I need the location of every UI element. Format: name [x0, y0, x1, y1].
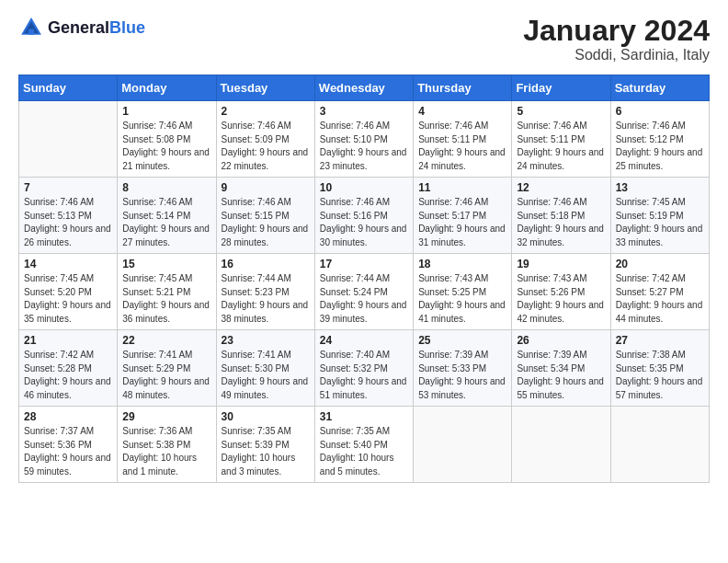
calendar-header: Sunday Monday Tuesday Wednesday Thursday…: [19, 75, 710, 101]
day-cell: 11Sunrise: 7:46 AMSunset: 5:17 PMDayligh…: [414, 178, 512, 254]
day-info: Sunrise: 7:45 AMSunset: 5:20 PMDaylight:…: [24, 272, 112, 326]
calendar-body: 1Sunrise: 7:46 AMSunset: 5:08 PMDaylight…: [19, 101, 710, 483]
day-number: 30: [222, 410, 310, 423]
day-cell: 26Sunrise: 7:39 AMSunset: 5:34 PMDayligh…: [512, 330, 610, 407]
day-cell: 8Sunrise: 7:46 AMSunset: 5:14 PMDaylight…: [118, 178, 216, 254]
day-info: Sunrise: 7:39 AMSunset: 5:34 PMDaylight:…: [517, 349, 605, 402]
week-row-0: 1Sunrise: 7:46 AMSunset: 5:08 PMDaylight…: [19, 101, 710, 178]
day-number: 3: [320, 105, 408, 118]
day-number: 25: [418, 334, 506, 347]
day-info: Sunrise: 7:46 AMSunset: 5:11 PMDaylight:…: [517, 120, 605, 173]
day-cell: 31Sunrise: 7:35 AMSunset: 5:40 PMDayligh…: [314, 407, 413, 483]
day-cell: 15Sunrise: 7:45 AMSunset: 5:21 PMDayligh…: [118, 254, 216, 330]
day-cell: 29Sunrise: 7:36 AMSunset: 5:38 PMDayligh…: [118, 407, 216, 483]
day-info: Sunrise: 7:46 AMSunset: 5:12 PMDaylight:…: [616, 120, 704, 173]
day-info: Sunrise: 7:42 AMSunset: 5:28 PMDaylight:…: [24, 349, 112, 402]
header: GeneralBlue January 2024 Soddi, Sardinia…: [18, 15, 710, 63]
day-cell: 18Sunrise: 7:43 AMSunset: 5:25 PMDayligh…: [414, 254, 512, 330]
day-info: Sunrise: 7:37 AMSunset: 5:36 PMDaylight:…: [24, 425, 112, 478]
day-cell: 22Sunrise: 7:41 AMSunset: 5:29 PMDayligh…: [118, 330, 216, 407]
day-cell: [610, 407, 709, 483]
day-info: Sunrise: 7:36 AMSunset: 5:38 PMDaylight:…: [122, 425, 210, 478]
weekday-row: Sunday Monday Tuesday Wednesday Thursday…: [19, 75, 710, 101]
col-wednesday: Wednesday: [314, 75, 413, 101]
day-number: 19: [517, 258, 605, 270]
day-info: Sunrise: 7:46 AMSunset: 5:15 PMDaylight:…: [222, 196, 310, 249]
day-number: 18: [418, 258, 506, 270]
day-cell: 4Sunrise: 7:46 AMSunset: 5:11 PMDaylight…: [414, 101, 512, 178]
week-row-2: 14Sunrise: 7:45 AMSunset: 5:20 PMDayligh…: [19, 254, 710, 330]
day-info: Sunrise: 7:46 AMSunset: 5:13 PMDaylight:…: [24, 196, 112, 249]
day-number: 28: [24, 410, 112, 423]
day-number: 31: [320, 410, 408, 423]
day-number: 8: [122, 181, 210, 194]
day-info: Sunrise: 7:42 AMSunset: 5:27 PMDaylight:…: [616, 272, 704, 326]
day-cell: 12Sunrise: 7:46 AMSunset: 5:18 PMDayligh…: [512, 178, 610, 254]
day-number: 21: [24, 334, 112, 347]
day-info: Sunrise: 7:44 AMSunset: 5:24 PMDaylight:…: [320, 272, 408, 326]
day-info: Sunrise: 7:46 AMSunset: 5:08 PMDaylight:…: [122, 120, 210, 173]
logo-text: GeneralBlue: [48, 18, 145, 38]
col-tuesday: Tuesday: [216, 75, 314, 101]
col-sunday: Sunday: [19, 75, 118, 101]
day-number: 17: [320, 258, 408, 270]
day-cell: 24Sunrise: 7:40 AMSunset: 5:32 PMDayligh…: [314, 330, 413, 407]
day-number: 9: [222, 181, 310, 194]
calendar-page: GeneralBlue January 2024 Soddi, Sardinia…: [0, 0, 728, 563]
day-number: 16: [222, 258, 310, 270]
day-cell: 5Sunrise: 7:46 AMSunset: 5:11 PMDaylight…: [512, 101, 610, 178]
day-cell: 13Sunrise: 7:45 AMSunset: 5:19 PMDayligh…: [610, 178, 709, 254]
day-cell: 30Sunrise: 7:35 AMSunset: 5:39 PMDayligh…: [216, 407, 314, 483]
day-number: 26: [517, 334, 605, 347]
day-info: Sunrise: 7:46 AMSunset: 5:14 PMDaylight:…: [122, 196, 210, 249]
calendar-title: January 2024: [523, 15, 710, 47]
col-friday: Friday: [512, 75, 610, 101]
col-thursday: Thursday: [414, 75, 512, 101]
logo: GeneralBlue: [18, 15, 145, 40]
day-number: 1: [122, 105, 210, 118]
day-number: 12: [517, 181, 605, 194]
day-info: Sunrise: 7:46 AMSunset: 5:16 PMDaylight:…: [320, 196, 408, 249]
day-info: Sunrise: 7:46 AMSunset: 5:11 PMDaylight:…: [418, 120, 506, 173]
day-cell: 2Sunrise: 7:46 AMSunset: 5:09 PMDaylight…: [216, 101, 314, 178]
day-number: 5: [517, 105, 605, 118]
day-cell: 27Sunrise: 7:38 AMSunset: 5:35 PMDayligh…: [610, 330, 709, 407]
day-cell: 20Sunrise: 7:42 AMSunset: 5:27 PMDayligh…: [610, 254, 709, 330]
day-number: 22: [122, 334, 210, 347]
week-row-3: 21Sunrise: 7:42 AMSunset: 5:28 PMDayligh…: [19, 330, 710, 407]
day-number: 6: [616, 105, 704, 118]
calendar-table: Sunday Monday Tuesday Wednesday Thursday…: [18, 75, 710, 483]
week-row-4: 28Sunrise: 7:37 AMSunset: 5:36 PMDayligh…: [19, 407, 710, 483]
day-number: 7: [24, 181, 112, 194]
day-number: 20: [616, 258, 704, 270]
day-info: Sunrise: 7:43 AMSunset: 5:26 PMDaylight:…: [517, 272, 605, 326]
day-info: Sunrise: 7:39 AMSunset: 5:33 PMDaylight:…: [418, 349, 506, 402]
day-cell: 6Sunrise: 7:46 AMSunset: 5:12 PMDaylight…: [610, 101, 709, 178]
day-cell: 3Sunrise: 7:46 AMSunset: 5:10 PMDaylight…: [314, 101, 413, 178]
day-info: Sunrise: 7:35 AMSunset: 5:40 PMDaylight:…: [320, 425, 408, 478]
day-info: Sunrise: 7:46 AMSunset: 5:09 PMDaylight:…: [222, 120, 310, 173]
day-cell: 16Sunrise: 7:44 AMSunset: 5:23 PMDayligh…: [216, 254, 314, 330]
day-info: Sunrise: 7:41 AMSunset: 5:30 PMDaylight:…: [222, 349, 310, 402]
day-cell: 28Sunrise: 7:37 AMSunset: 5:36 PMDayligh…: [19, 407, 118, 483]
day-cell: [19, 101, 118, 178]
day-cell: 7Sunrise: 7:46 AMSunset: 5:13 PMDaylight…: [19, 178, 118, 254]
day-cell: 21Sunrise: 7:42 AMSunset: 5:28 PMDayligh…: [19, 330, 118, 407]
day-info: Sunrise: 7:46 AMSunset: 5:10 PMDaylight:…: [320, 120, 408, 173]
week-row-1: 7Sunrise: 7:46 AMSunset: 5:13 PMDaylight…: [19, 178, 710, 254]
day-cell: 14Sunrise: 7:45 AMSunset: 5:20 PMDayligh…: [19, 254, 118, 330]
day-info: Sunrise: 7:38 AMSunset: 5:35 PMDaylight:…: [616, 349, 704, 402]
day-number: 27: [616, 334, 704, 347]
day-cell: 17Sunrise: 7:44 AMSunset: 5:24 PMDayligh…: [314, 254, 413, 330]
day-cell: 9Sunrise: 7:46 AMSunset: 5:15 PMDaylight…: [216, 178, 314, 254]
calendar-subtitle: Soddi, Sardinia, Italy: [523, 47, 710, 63]
day-cell: 23Sunrise: 7:41 AMSunset: 5:30 PMDayligh…: [216, 330, 314, 407]
day-cell: 1Sunrise: 7:46 AMSunset: 5:08 PMDaylight…: [118, 101, 216, 178]
svg-rect-2: [28, 29, 34, 35]
logo-icon: [18, 15, 44, 40]
day-info: Sunrise: 7:45 AMSunset: 5:19 PMDaylight:…: [616, 196, 704, 249]
day-number: 2: [222, 105, 310, 118]
day-cell: [414, 407, 512, 483]
logo-blue: Blue: [109, 18, 145, 37]
day-info: Sunrise: 7:46 AMSunset: 5:17 PMDaylight:…: [418, 196, 506, 249]
